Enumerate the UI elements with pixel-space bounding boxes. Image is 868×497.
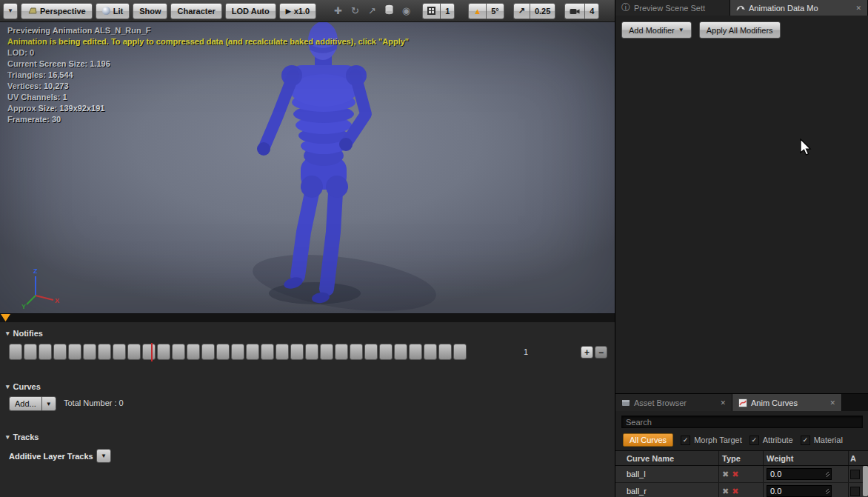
- tab-label: Anim Curves: [751, 398, 798, 407]
- surface-snap-icon[interactable]: ◉: [399, 5, 413, 16]
- close-tab-icon[interactable]: ✕: [824, 399, 835, 407]
- attribute-filter[interactable]: ✓ Attribute: [750, 436, 793, 445]
- lit-mode-button[interactable]: Lit: [96, 3, 130, 19]
- notify-track-cell[interactable]: [453, 344, 467, 360]
- viewport-3d[interactable]: Previewing Animation ALS_N_Run_F Animati…: [0, 22, 615, 313]
- notify-track-cell[interactable]: [438, 344, 452, 360]
- auto-checkbox[interactable]: [850, 470, 860, 479]
- tracks-section-header[interactable]: ▾ Tracks: [6, 433, 39, 441]
- notify-track-cell[interactable]: [216, 344, 230, 360]
- perspective-button[interactable]: Perspective: [21, 3, 93, 19]
- add-curve-dropdown[interactable]: ▼: [41, 396, 56, 411]
- column-curve-name[interactable]: Curve Name: [615, 451, 719, 465]
- translate-tool-icon[interactable]: ✚: [331, 5, 345, 16]
- notify-track-cell[interactable]: [201, 344, 215, 360]
- scrub-marker[interactable]: [1, 314, 10, 321]
- scrub-bar[interactable]: [0, 314, 615, 322]
- table-row[interactable]: ball_l ✖ ✖ 0.0: [615, 466, 868, 483]
- close-tab-icon[interactable]: ✕: [714, 399, 726, 407]
- tab-anim-curves[interactable]: Anim Curves ✕: [732, 394, 842, 411]
- weight-input[interactable]: 0.0: [767, 485, 832, 497]
- morph-cross-icon: ✖: [722, 470, 729, 479]
- notify-track-cell[interactable]: [24, 344, 37, 360]
- angle-snap-toggle[interactable]: ▲: [468, 3, 486, 19]
- table-row[interactable]: ball_r ✖ ✖ 0.0: [615, 483, 868, 497]
- notify-track-cell[interactable]: [68, 344, 81, 360]
- axis-z-label: Z: [33, 267, 38, 275]
- notify-track-cell[interactable]: [261, 344, 274, 360]
- notify-track-cell[interactable]: [83, 344, 96, 360]
- coordinate-system-icon[interactable]: [382, 4, 396, 18]
- notify-track-cell[interactable]: [157, 344, 170, 360]
- notifies-section-header[interactable]: ▾ Notifies: [6, 329, 43, 338]
- notify-track-count: 1: [511, 347, 541, 356]
- notify-track-cells[interactable]: [9, 344, 467, 361]
- morph-target-filter[interactable]: ✓ Morph Target: [681, 436, 742, 445]
- drag-spinner-icon: [824, 487, 830, 496]
- notify-track-cell[interactable]: [364, 344, 378, 360]
- additive-tracks-dropdown[interactable]: ▼: [96, 449, 111, 463]
- notify-track-cell[interactable]: [187, 344, 200, 360]
- close-tab-icon[interactable]: ✕: [849, 4, 861, 12]
- playback-speed-button[interactable]: ▶ x1.0: [279, 3, 316, 19]
- apply-all-modifiers-button[interactable]: Apply All Modifiers: [699, 21, 781, 39]
- drag-spinner-icon: [824, 470, 830, 479]
- curves-section-header[interactable]: ▾ Curves: [6, 382, 41, 391]
- tab-animation-data-modifiers[interactable]: Animation Data Mo ✕: [730, 0, 868, 16]
- playhead[interactable]: [151, 343, 153, 361]
- all-curves-filter[interactable]: All Curves: [623, 433, 673, 447]
- notify-track-cell[interactable]: [98, 344, 111, 360]
- rotate-tool-icon[interactable]: ↻: [348, 5, 362, 16]
- add-notify-track-button[interactable]: +: [581, 346, 593, 358]
- notify-track-cell[interactable]: [246, 344, 259, 360]
- notify-track-cell[interactable]: [276, 344, 289, 360]
- weight-input[interactable]: 0.0: [767, 468, 832, 480]
- notify-track-cell[interactable]: [335, 344, 348, 360]
- notify-track-cell[interactable]: [379, 344, 393, 360]
- notify-track-cell[interactable]: [172, 344, 185, 360]
- grid-snap-value[interactable]: 1: [440, 3, 455, 19]
- notify-track-cell[interactable]: [113, 344, 126, 360]
- tab-label: Preview Scene Sett: [634, 4, 705, 13]
- scale-snap-value[interactable]: 0.25: [530, 3, 555, 19]
- play-icon: ▶: [286, 7, 291, 15]
- remove-notify-track-button[interactable]: −: [595, 346, 607, 358]
- column-weight[interactable]: Weight: [764, 451, 849, 465]
- tab-asset-browser[interactable]: Asset Browser ✕: [615, 394, 732, 411]
- angle-snap-value[interactable]: 5°: [486, 3, 504, 19]
- camera-speed-toggle[interactable]: [564, 3, 584, 19]
- show-button[interactable]: Show: [133, 3, 167, 19]
- grid-snap-toggle[interactable]: [422, 3, 440, 19]
- tab-label: Asset Browser: [634, 398, 687, 407]
- tab-preview-scene-settings[interactable]: ⓘ Preview Scene Sett: [615, 0, 730, 16]
- notify-track-cell[interactable]: [350, 344, 363, 360]
- notify-track-cell[interactable]: [9, 344, 22, 360]
- notify-track-cell[interactable]: [127, 344, 141, 360]
- notify-track-cell[interactable]: [53, 344, 67, 360]
- notify-track-cell[interactable]: [394, 344, 407, 360]
- vertical-scrollbar[interactable]: [863, 466, 868, 496]
- notify-track-cell[interactable]: [320, 344, 333, 360]
- notify-track-cell[interactable]: [424, 344, 437, 360]
- character-button[interactable]: Character: [170, 3, 221, 19]
- add-curve-button[interactable]: Add...: [9, 396, 41, 411]
- column-type[interactable]: Type: [719, 451, 764, 465]
- weight-value: 0.0: [770, 487, 781, 496]
- notify-track-cell[interactable]: [305, 344, 318, 360]
- scale-snap-toggle[interactable]: ↗: [513, 3, 530, 19]
- notify-track-cell[interactable]: [231, 344, 244, 360]
- notify-track-cell[interactable]: [142, 344, 156, 360]
- notify-track-cell[interactable]: [290, 344, 304, 360]
- camera-speed-value[interactable]: 4: [584, 3, 599, 19]
- material-filter[interactable]: ✓ Material: [801, 436, 843, 445]
- notify-track-cell[interactable]: [409, 344, 422, 360]
- add-modifier-button[interactable]: Add Modifier ▼: [621, 21, 692, 39]
- viewport-options-button[interactable]: ▼: [3, 3, 18, 19]
- scale-tool-icon[interactable]: ↗: [365, 5, 379, 16]
- lod-auto-button[interactable]: LOD Auto: [225, 3, 276, 19]
- column-auto[interactable]: A: [849, 454, 868, 463]
- auto-checkbox[interactable]: [850, 487, 860, 496]
- character-label: Character: [177, 7, 215, 16]
- search-input[interactable]: [621, 416, 863, 428]
- notify-track-cell[interactable]: [39, 344, 52, 360]
